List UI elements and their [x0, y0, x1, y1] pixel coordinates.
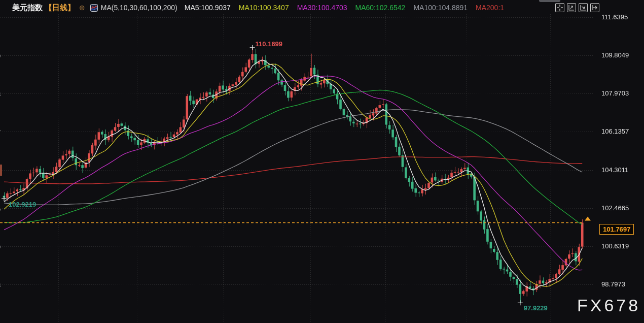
- ma-legend: MA5:100.9037MA10:100.3407MA30:100.4703MA…: [185, 3, 512, 12]
- y-axis-tick-label: 98.7973: [601, 280, 625, 288]
- y-axis-tick-label: 102.4665: [601, 204, 629, 212]
- y-axis-tick-label: 107.9703: [601, 89, 629, 97]
- current-price-label: 101.7697: [599, 224, 634, 235]
- ma-legend-item-5: MA200:1: [476, 4, 504, 12]
- chart-toolbar: [555, 3, 599, 12]
- watermark: FX678: [577, 296, 640, 315]
- go-to-latest-icon[interactable]: [590, 3, 599, 12]
- low-annotation: 97.9229: [524, 304, 548, 312]
- y-axis-tick-label: 106.1357: [601, 127, 629, 135]
- top-edge-fragment: [539, 0, 560, 2]
- ma-legend-item-2: MA30:100.4703: [297, 4, 347, 12]
- add-indicator-icon[interactable]: ⊕: [79, 4, 85, 12]
- left-edge-label-box-fragment: [0, 165, 2, 176]
- left-edge-digit-fragment: 7: [0, 127, 3, 136]
- chart-type-icon[interactable]: [90, 4, 98, 12]
- left-edge-digit-fragment: 5: [0, 204, 3, 212]
- left-edge-digit-fragment: 9: [0, 51, 3, 59]
- chart-window: 美元指数 【日线】 ⊕ MA(5,10,30,60,100,200) MA5:1…: [0, 0, 644, 323]
- left-edge-digit-fragment: 9: [0, 242, 3, 250]
- ma-legend-item-4: MA100:104.8891: [413, 4, 468, 12]
- chart-header: 美元指数 【日线】 ⊕ MA(5,10,30,60,100,200) MA5:1…: [0, 0, 644, 15]
- ma-legend-item-3: MA60:102.6542: [355, 4, 406, 12]
- first-low-annotation: 102.9219: [9, 201, 36, 208]
- ma-legend-item-0: MA5:100.9037: [185, 4, 231, 12]
- high-annotation: 110.1699: [256, 40, 283, 48]
- y-axis-tick-label: 109.8049: [601, 51, 629, 59]
- period-selector[interactable]: 【日线】: [45, 3, 75, 13]
- symbol-name: 美元指数: [12, 3, 43, 13]
- left-edge-digit-fragment: 3: [0, 89, 3, 98]
- candlestick-chart-canvas[interactable]: [0, 0, 644, 323]
- ma-settings-label[interactable]: MA(5,10,30,60,100,200): [101, 4, 177, 12]
- left-edge-digit-fragment: 3: [0, 280, 3, 288]
- scale-right-icon[interactable]: [579, 3, 588, 12]
- crosshair-icon[interactable]: [555, 3, 564, 12]
- scale-up-icon[interactable]: [567, 3, 576, 12]
- y-axis-tick-label: 104.3011: [601, 166, 628, 174]
- ma-legend-item-1: MA10:100.3407: [239, 4, 289, 12]
- y-axis-tick-label: 100.6319: [601, 242, 629, 250]
